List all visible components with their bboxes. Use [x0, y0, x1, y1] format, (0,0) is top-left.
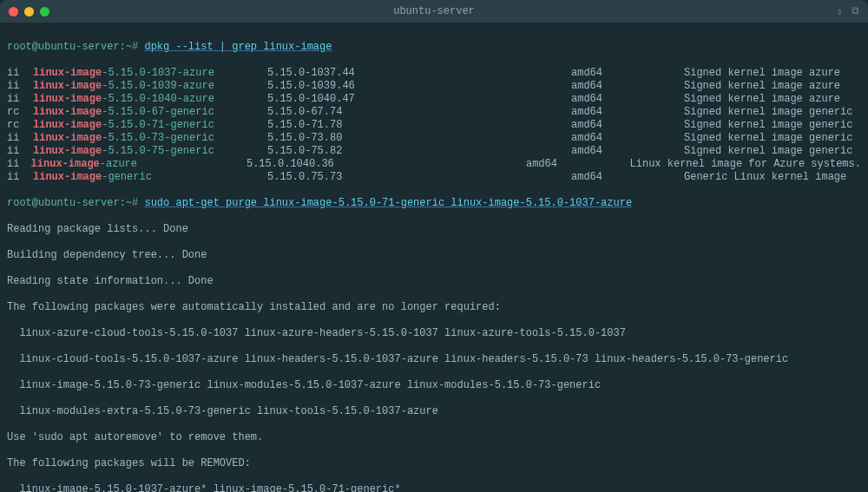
package-row: iilinux-image-5.15.0-75-generic5.15.0-75… — [7, 145, 861, 158]
pkg-version: 5.15.0-71.78 — [267, 119, 571, 132]
pkg-version: 5.15.0-1037.44 — [267, 67, 571, 80]
pkg-status: ii — [7, 67, 33, 80]
output-line: linux-modules-extra-5.15.0-73-generic li… — [7, 405, 861, 418]
close-button[interactable] — [9, 7, 18, 16]
output-line: linux-image-5.15.0-1037-azure* linux-ima… — [7, 483, 861, 492]
pkg-name: linux-image-azure — [31, 158, 247, 171]
pkg-version: 5.15.0.75.73 — [267, 171, 571, 184]
pkg-version: 5.15.0-67.74 — [267, 106, 571, 119]
prompt-line: root@ubuntu-server:~# dpkg --list | grep… — [7, 41, 861, 54]
pkg-status: rc — [7, 106, 33, 119]
output-line: The following packages were automaticall… — [7, 301, 861, 314]
share-icon[interactable]: ⇪ — [837, 5, 843, 18]
output-line: linux-image-5.15.0-73-generic linux-modu… — [7, 379, 861, 392]
package-row: iilinux-image-5.15.0-1040-azure5.15.0-10… — [7, 93, 861, 106]
pkg-desc: Signed kernel image azure — [684, 67, 861, 80]
maximize-button[interactable] — [40, 7, 49, 16]
pkg-arch: amd64 — [571, 80, 684, 93]
package-row: iilinux-image-5.15.0-73-generic5.15.0-73… — [7, 132, 861, 145]
pkg-name: linux-image-5.15.0-67-generic — [33, 106, 267, 119]
pkg-desc: Linux kernel image for Azure systems. — [630, 158, 861, 171]
output-line: Reading state information... Done — [7, 275, 861, 288]
pkg-arch: amd64 — [571, 119, 684, 132]
pkg-version: 5.15.0.1040.36 — [247, 158, 526, 171]
pkg-status: rc — [7, 119, 33, 132]
pkg-version: 5.15.0-1040.47 — [267, 93, 571, 106]
output-line: Building dependency tree... Done — [7, 249, 861, 262]
output-line: linux-cloud-tools-5.15.0-1037-azure linu… — [7, 353, 861, 366]
pkg-arch: amd64 — [571, 106, 684, 119]
prompt: root@ubuntu-server:~# — [7, 197, 138, 209]
pkg-desc: Signed kernel image azure — [684, 80, 861, 93]
output-line: The following packages will be REMOVED: — [7, 457, 861, 470]
pkg-arch: amd64 — [571, 171, 684, 184]
command-1: dpkg --list | grep linux-image — [144, 41, 332, 53]
package-row: rclinux-image-5.15.0-71-generic5.15.0-71… — [7, 119, 861, 132]
package-row: iilinux-image-azure5.15.0.1040.36amd64Li… — [7, 158, 861, 171]
pkg-arch: amd64 — [571, 67, 684, 80]
pkg-name: linux-image-5.15.0-1037-azure — [33, 67, 267, 80]
traffic-lights — [9, 7, 49, 16]
pkg-version: 5.15.0-75.82 — [267, 145, 571, 158]
package-row: iilinux-image-5.15.0-1037-azure5.15.0-10… — [7, 67, 861, 80]
copy-icon[interactable]: ⧉ — [852, 5, 859, 18]
pkg-status: ii — [7, 132, 33, 145]
package-row: iilinux-image-generic5.15.0.75.73amd64Ge… — [7, 171, 861, 184]
terminal-window: ubuntu-server ⇪ ⧉ root@ubuntu-server:~# … — [0, 0, 868, 492]
pkg-name: linux-image-5.15.0-1040-azure — [33, 93, 267, 106]
minimize-button[interactable] — [24, 7, 34, 16]
pkg-status: ii — [7, 158, 31, 171]
pkg-desc: Signed kernel image generic — [684, 132, 861, 145]
pkg-desc: Signed kernel image generic — [684, 119, 861, 132]
pkg-arch: amd64 — [571, 145, 684, 158]
pkg-version: 5.15.0-1039.46 — [267, 80, 571, 93]
pkg-arch: amd64 — [571, 93, 684, 106]
terminal-content[interactable]: root@ubuntu-server:~# dpkg --list | grep… — [0, 23, 868, 492]
command-2: sudo apt-get purge linux-image-5.15.0-71… — [144, 197, 632, 209]
pkg-name: linux-image-generic — [33, 171, 267, 184]
titlebar: ubuntu-server ⇪ ⧉ — [0, 0, 868, 23]
pkg-desc: Generic Linux kernel image — [684, 171, 861, 184]
prompt-line-2: root@ubuntu-server:~# sudo apt-get purge… — [7, 197, 861, 210]
pkg-arch: amd64 — [571, 132, 684, 145]
package-row: iilinux-image-5.15.0-1039-azure5.15.0-10… — [7, 80, 861, 93]
pkg-name: linux-image-5.15.0-73-generic — [33, 132, 267, 145]
prompt: root@ubuntu-server:~# — [7, 41, 138, 53]
window-title: ubuntu-server — [393, 5, 475, 17]
output-line: Use 'sudo apt autoremove' to remove them… — [7, 431, 861, 444]
pkg-name: linux-image-5.15.0-71-generic — [33, 119, 267, 132]
output-line: linux-azure-cloud-tools-5.15.0-1037 linu… — [7, 327, 861, 340]
pkg-status: ii — [7, 145, 33, 158]
pkg-version: 5.15.0-73.80 — [267, 132, 571, 145]
pkg-status: ii — [7, 80, 33, 93]
pkg-status: ii — [7, 171, 33, 184]
package-row: rclinux-image-5.15.0-67-generic5.15.0-67… — [7, 106, 861, 119]
pkg-name: linux-image-5.15.0-75-generic — [33, 145, 267, 158]
pkg-arch: amd64 — [526, 158, 630, 171]
pkg-desc: Signed kernel image azure — [684, 93, 861, 106]
output-line: Reading package lists... Done — [7, 223, 861, 236]
pkg-name: linux-image-5.15.0-1039-azure — [33, 80, 267, 93]
toolbar-right: ⇪ ⧉ — [837, 5, 859, 18]
pkg-status: ii — [7, 93, 33, 106]
pkg-desc: Signed kernel image generic — [684, 106, 861, 119]
pkg-desc: Signed kernel image generic — [684, 145, 861, 158]
